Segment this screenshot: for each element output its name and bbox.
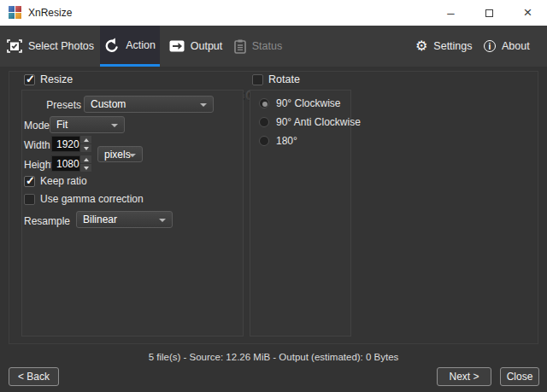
rotate-option-90cw[interactable]: 90° Clockwise: [259, 97, 341, 109]
info-icon: i: [484, 40, 496, 52]
resize-title: Resize: [40, 73, 73, 85]
tab-label: Output: [191, 40, 223, 52]
gamma-option[interactable]: Use gamma correction: [24, 193, 144, 205]
gamma-label: Use gamma correction: [40, 193, 144, 205]
tab-bar: Select Photos Action Output Status: [0, 26, 547, 67]
tab-action[interactable]: Action: [100, 26, 160, 67]
unit-dropdown[interactable]: pixels: [97, 146, 143, 162]
close-button[interactable]: Close: [500, 367, 539, 386]
resample-dropdown[interactable]: Bilinear: [76, 211, 173, 228]
select-photos-icon: [7, 39, 22, 53]
radio-90acw-label: 90° Anti Clockwise: [276, 116, 361, 128]
tab-label: Select Photos: [28, 40, 94, 52]
rotate-checkbox[interactable]: [252, 74, 263, 85]
presets-label: Presets: [21, 99, 81, 111]
tab-label: Action: [126, 39, 156, 51]
tab-output[interactable]: Output: [162, 26, 229, 67]
tab-label: Status: [252, 40, 282, 52]
minimize-button[interactable]: –: [432, 0, 470, 26]
close-window-button[interactable]: ×: [509, 0, 547, 26]
rotate-section-toggle[interactable]: Rotate: [252, 73, 300, 85]
about-label: About: [502, 40, 530, 52]
title-bar: XnResize – ×: [0, 0, 547, 26]
resize-checkbox[interactable]: [24, 74, 35, 85]
mode-value: Fit: [56, 119, 68, 131]
keep-ratio-checkbox[interactable]: [24, 176, 35, 187]
width-spinner: [51, 136, 91, 152]
radio-90cw-label: 90° Clockwise: [276, 97, 341, 109]
presets-dropdown[interactable]: Custom: [84, 96, 214, 113]
height-spin-up[interactable]: [80, 155, 91, 164]
next-button[interactable]: Next >: [437, 367, 491, 386]
width-label: Width: [24, 139, 50, 151]
radio-180-label: 180°: [276, 135, 297, 147]
mode-dropdown[interactable]: Fit: [50, 116, 125, 133]
radio-90acw[interactable]: [259, 117, 269, 127]
gamma-checkbox[interactable]: [24, 194, 35, 205]
settings-label: Settings: [433, 40, 472, 52]
keep-ratio-option[interactable]: Keep ratio: [24, 175, 87, 187]
rotate-title: Rotate: [268, 73, 300, 85]
about-button[interactable]: i About: [484, 26, 530, 67]
mode-label: Mode: [24, 120, 50, 132]
tab-select-photos[interactable]: Select Photos: [5, 26, 96, 67]
back-button[interactable]: < Back: [9, 367, 59, 386]
maximize-icon: [485, 9, 493, 17]
keep-ratio-label: Keep ratio: [40, 175, 87, 187]
width-input[interactable]: [51, 136, 80, 152]
status-summary: 5 file(s) - Source: 12.26 MiB - Output (…: [0, 349, 547, 365]
settings-button[interactable]: ⚙ Settings: [415, 26, 473, 67]
output-icon: [169, 40, 185, 52]
status-icon: [234, 39, 246, 54]
gear-icon: ⚙: [415, 39, 427, 53]
tab-status: Status: [231, 26, 285, 67]
height-input[interactable]: [51, 155, 80, 172]
radio-180[interactable]: [259, 136, 269, 146]
unit-value: pixels: [104, 149, 131, 161]
width-spin-down[interactable]: [80, 144, 91, 152]
app-logo-icon: [9, 6, 22, 20]
presets-value: Custom: [91, 98, 126, 110]
width-spin-up[interactable]: [80, 136, 91, 144]
window-title: XnResize: [28, 0, 72, 26]
action-icon: [104, 38, 120, 53]
radio-90cw[interactable]: [259, 98, 269, 108]
xnresize-window: XnResize – × Select Photos Action: [0, 0, 547, 392]
rotate-option-180[interactable]: 180°: [259, 135, 297, 147]
rotate-option-90acw[interactable]: 90° Anti Clockwise: [259, 116, 361, 128]
maximize-button[interactable]: [470, 0, 509, 26]
resize-section-toggle[interactable]: Resize: [24, 73, 73, 85]
height-label: Height: [24, 159, 54, 171]
resample-value: Bilinear: [83, 214, 117, 225]
resample-label: Resample: [24, 215, 70, 227]
height-spinner: [51, 155, 91, 172]
height-spin-down[interactable]: [80, 164, 91, 172]
